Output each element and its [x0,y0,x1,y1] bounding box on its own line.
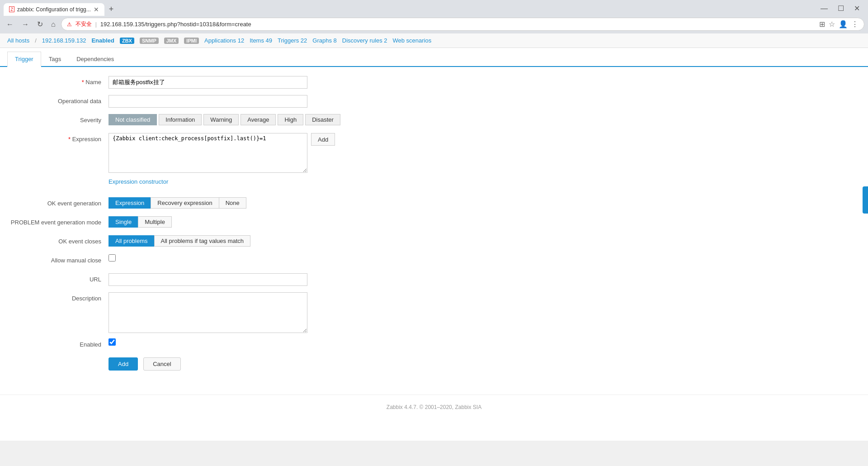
breadcrumb: All hosts / 192.168.159.132 Enabled ZBX … [0,33,868,48]
ok-event-closes-row: OK event closes All problems All problem… [9,235,859,249]
problem-event-mode-row: PROBLEM event generation mode Single Mul… [9,216,859,230]
more-icon: ⋮ [851,20,859,29]
maximize-button[interactable]: ☐ [833,3,849,14]
badge-snmp: SNMP [140,38,159,44]
severity-high[interactable]: High [278,114,303,125]
severity-disaster[interactable]: Disaster [305,114,340,125]
right-edge-tab [863,186,868,214]
discovery-rules-link[interactable]: Discovery rules 2 [342,37,387,44]
expression-constructor-content: Expression constructor [108,178,859,185]
home-button[interactable]: ⌂ [48,19,58,29]
expression-content: {Zabbix client:check_process[postfix].la… [108,133,859,173]
title-bar: 🅉 zabbix: Configuration of trigg... ✕ + … [0,0,868,16]
ok-event-generation-content: Expression Recovery expression None [108,197,859,209]
description-row: Description [9,292,859,333]
host-ip-link[interactable]: 192.168.159.132 [42,37,86,44]
forward-button[interactable]: → [19,19,32,29]
name-input[interactable] [108,76,307,89]
address-bar[interactable]: ⚠ 不安全 | 192.168.159.135/triggers.php?hos… [61,18,864,31]
ok-closes-all-problems-btn[interactable]: All problems [108,235,155,247]
graphs-link[interactable]: Graphs 8 [312,37,336,44]
expression-row: Expression {Zabbix client:check_process[… [9,133,859,173]
expression-textarea[interactable]: {Zabbix client:check_process[postfix].la… [108,133,307,173]
url-input[interactable] [108,273,307,286]
new-tab-button[interactable]: + [105,3,118,16]
badge-jmx: JMX [164,38,179,44]
ok-event-recovery-btn[interactable]: Recovery expression [151,197,219,209]
all-hosts-link[interactable]: All hosts [7,37,29,44]
description-content [108,292,859,333]
web-scenarios-link[interactable]: Web scenarios [392,37,431,44]
name-row: Name [9,76,859,90]
ok-event-expression-btn[interactable]: Expression [108,197,151,209]
add-button[interactable]: Add [108,357,138,371]
expression-add-button[interactable]: Add [311,133,335,146]
operational-data-content [108,95,859,108]
security-text: 不安全 [75,20,92,28]
applications-link[interactable]: Applications 12 [204,37,244,44]
window-controls: — ☐ ✕ [816,3,864,15]
problem-event-btn-group: Single Multiple [108,216,172,228]
zabbix-app: All hosts / 192.168.159.132 Enabled ZBX … [0,33,868,441]
expression-row-content: {Zabbix client:check_process[postfix].la… [108,133,335,173]
host-status: Enabled [91,37,114,44]
severity-information[interactable]: Information [159,114,202,125]
browser-chrome: 🅉 zabbix: Configuration of trigg... ✕ + … [0,0,868,33]
problem-single-btn[interactable]: Single [108,216,138,228]
allow-manual-close-checkbox[interactable] [108,254,116,262]
operational-data-input[interactable] [108,95,307,108]
cancel-button[interactable]: Cancel [143,357,180,371]
ok-event-closes-label: OK event closes [9,235,108,245]
breadcrumb-sep-1: / [35,37,37,44]
severity-row: Severity Not classified Information Warn… [9,114,859,128]
allow-manual-close-label: Allow manual close [9,254,108,264]
enabled-content [108,338,859,346]
translate-icon: ⊞ [819,20,825,29]
description-textarea[interactable] [108,292,307,333]
ok-event-generation-row: OK event generation Expression Recovery … [9,197,859,211]
expression-constructor-row: Expression constructor [9,178,859,192]
action-buttons-content: Add Cancel [108,357,859,371]
minimize-button[interactable]: — [816,3,832,14]
footer-text: Zabbix 4.4.7. © 2001–2020, Zabbix SIA [387,404,481,410]
badge-zbx: ZBX [120,38,134,44]
expression-label: Expression [9,133,108,143]
refresh-button[interactable]: ↻ [34,19,46,29]
tab-close-button[interactable]: ✕ [94,6,99,13]
triggers-link[interactable]: Triggers 22 [278,37,307,44]
tab-tags[interactable]: Tags [41,52,69,67]
action-buttons-spacer [9,357,108,360]
items-link[interactable]: Items 49 [250,37,272,44]
expression-constructor-link[interactable]: Expression constructor [108,178,168,185]
expression-constructor-spacer [9,178,108,181]
profile-icon: 👤 [839,20,848,29]
url-content [108,273,859,286]
operational-data-label: Operational data [9,95,108,105]
severity-warning[interactable]: Warning [203,114,239,125]
ok-closes-tag-match-btn[interactable]: All problems if tag values match [154,235,251,247]
action-buttons-row: Add Cancel [9,357,859,371]
url-label: URL [9,273,108,283]
address-text: 192.168.159.135/triggers.php?hostid=1031… [100,21,816,28]
severity-average[interactable]: Average [241,114,276,125]
problem-event-mode-content: Single Multiple [108,216,859,228]
sep: | [95,21,97,28]
address-bar-row: ← → ↻ ⌂ ⚠ 不安全 | 192.168.159.135/triggers… [0,16,868,33]
address-bar-icons: ⊞ ☆ 👤 ⋮ [819,20,859,29]
star-icon: ☆ [829,20,835,29]
enabled-checkbox[interactable] [108,338,116,346]
badge-ipmi: IPMI [184,38,199,44]
tab-favicon: 🅉 [9,6,14,13]
back-button[interactable]: ← [4,19,16,29]
close-button[interactable]: ✕ [849,3,864,14]
ok-event-generation-label: OK event generation [9,197,108,207]
problem-multiple-btn[interactable]: Multiple [138,216,172,228]
tab-trigger[interactable]: Trigger [7,52,41,67]
tab-bar: Trigger Tags Dependencies [0,48,868,67]
operational-data-row: Operational data [9,95,859,109]
severity-not-classified[interactable]: Not classified [108,114,157,125]
browser-tab[interactable]: 🅉 zabbix: Configuration of trigg... ✕ [4,3,104,16]
ok-event-none-btn[interactable]: None [219,197,246,209]
tab-dependencies[interactable]: Dependencies [69,52,122,67]
severity-label: Severity [9,114,108,124]
